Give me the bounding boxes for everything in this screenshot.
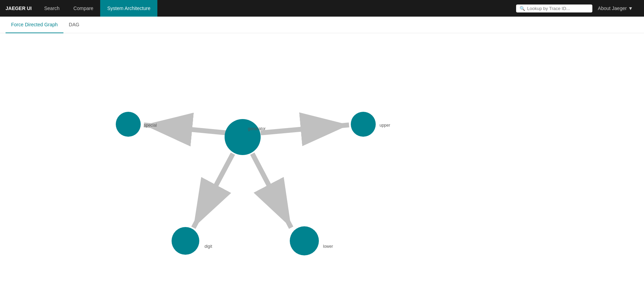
node-generator[interactable] [225, 119, 261, 155]
graph-area: generator special upper digit lower [0, 33, 644, 308]
node-label-lower: lower [323, 244, 333, 249]
node-label-digit: digit [204, 244, 212, 249]
chevron-down-icon: ▼ [628, 6, 633, 11]
nav-search[interactable]: Search [37, 0, 66, 17]
tabs-bar: Force Directed Graph DAG [0, 17, 644, 33]
trace-lookup-box[interactable]: 🔍 [516, 4, 592, 12]
force-directed-graph-svg: generator special upper digit lower [0, 33, 644, 308]
nav-system-architecture[interactable]: System Architecture [100, 0, 157, 17]
about-jaeger-menu[interactable]: About Jaeger ▼ [592, 6, 638, 11]
navbar: JAEGER UI Search Compare System Architec… [0, 0, 644, 17]
edge-generator-upper [261, 125, 349, 133]
node-upper[interactable] [351, 112, 376, 137]
node-digit[interactable] [172, 227, 199, 255]
node-label-upper: upper [380, 123, 390, 128]
lookup-search-icon: 🔍 [520, 6, 525, 11]
trace-lookup-input[interactable] [527, 6, 589, 11]
brand-logo: JAEGER UI [6, 6, 37, 11]
tab-force-directed[interactable]: Force Directed Graph [6, 17, 63, 33]
edge-generator-digit [193, 154, 233, 228]
node-label-special: special [144, 123, 157, 128]
nav-compare[interactable]: Compare [67, 0, 101, 17]
node-label-generator: generator [248, 126, 266, 131]
tab-dag[interactable]: DAG [63, 17, 85, 33]
edge-generator-lower [252, 154, 291, 228]
node-lower[interactable] [290, 226, 319, 255]
node-special[interactable] [116, 112, 141, 137]
